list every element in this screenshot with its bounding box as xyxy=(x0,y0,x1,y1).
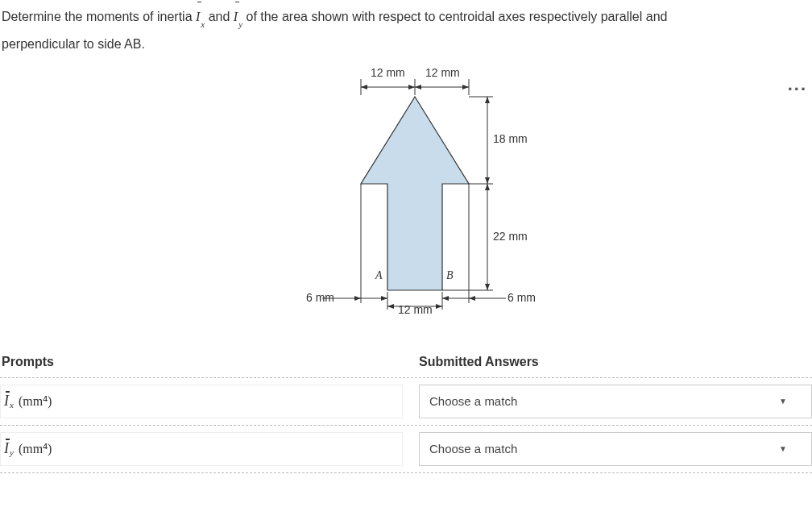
row1-unit: (mm⁴) xyxy=(19,393,52,409)
svg-marker-27 xyxy=(354,296,361,301)
row1-sub: x xyxy=(10,400,14,410)
svg-marker-16 xyxy=(485,177,490,184)
iy-symbol: I xyxy=(234,10,238,23)
match-select-iy[interactable]: Choose a match ▼ xyxy=(419,432,812,466)
row2-unit: (mm⁴) xyxy=(19,441,52,456)
svg-marker-0 xyxy=(361,97,469,290)
svg-marker-29 xyxy=(381,296,387,301)
svg-marker-24 xyxy=(387,304,394,309)
q-line2: perpendicular to side AB. xyxy=(2,37,145,51)
svg-marker-15 xyxy=(485,97,490,103)
dim-right-upper: 18 mm xyxy=(493,132,528,145)
svg-marker-8 xyxy=(415,85,421,89)
dim-top-left: 12 mm xyxy=(371,66,405,79)
prompt-iy: Iy (mm⁴) xyxy=(0,432,403,466)
match-select-ix[interactable]: Choose a match ▼ xyxy=(419,385,812,418)
question-text: Determine the moments of inertia Ix and … xyxy=(0,0,812,64)
svg-marker-25 xyxy=(436,304,442,309)
figure-container: 12 mm 12 mm 18 mm 22 mm A B 12 mm 6 mm 6… xyxy=(0,64,812,339)
svg-marker-9 xyxy=(462,85,469,89)
dim-bottom-center: 12 mm xyxy=(398,303,433,316)
answers-header: Submitted Answers xyxy=(419,355,812,369)
dim-bottom-left: 6 mm xyxy=(306,291,334,304)
match-row-iy: Iy (mm⁴) Choose a match ▼ xyxy=(0,425,812,473)
dim-bottom-right: 6 mm xyxy=(508,291,536,304)
chevron-down-icon: ▼ xyxy=(779,444,787,453)
match-row-ix: Ix (mm⁴) Choose a match ▼ xyxy=(0,377,812,425)
dim-right-lower: 22 mm xyxy=(493,230,528,243)
label-a: A xyxy=(375,269,383,282)
arrow-figure: 12 mm 12 mm 18 mm 22 mm A B 12 mm 6 mm 6… xyxy=(290,64,580,339)
svg-marker-31 xyxy=(442,296,449,301)
row2-sub: y xyxy=(10,447,14,457)
svg-marker-7 xyxy=(408,85,415,89)
q-part2: of the area shown with respect to centro… xyxy=(246,10,667,23)
svg-marker-33 xyxy=(469,296,475,301)
label-b: B xyxy=(446,269,454,282)
select-placeholder-iy: Choose a match xyxy=(429,442,517,456)
prompts-header: Prompts xyxy=(0,355,419,369)
ix-symbol: I xyxy=(196,10,200,23)
q-part1: Determine the moments of inertia xyxy=(2,10,196,23)
more-options-icon[interactable]: ... xyxy=(788,76,807,94)
answer-section: Prompts Submitted Answers Ix (mm⁴) Choos… xyxy=(0,339,812,473)
row2-symbol: I xyxy=(4,440,9,456)
svg-marker-18 xyxy=(485,284,490,290)
dim-top-right: 12 mm xyxy=(425,66,460,79)
row1-symbol: I xyxy=(4,393,9,409)
svg-marker-6 xyxy=(361,85,367,89)
iy-subscript: y xyxy=(238,19,242,29)
prompt-ix: Ix (mm⁴) xyxy=(0,385,403,418)
select-placeholder-ix: Choose a match xyxy=(429,394,517,408)
chevron-down-icon: ▼ xyxy=(779,397,787,406)
q-and: and xyxy=(209,10,234,23)
svg-marker-17 xyxy=(485,184,490,190)
ix-subscript: x xyxy=(201,19,205,29)
